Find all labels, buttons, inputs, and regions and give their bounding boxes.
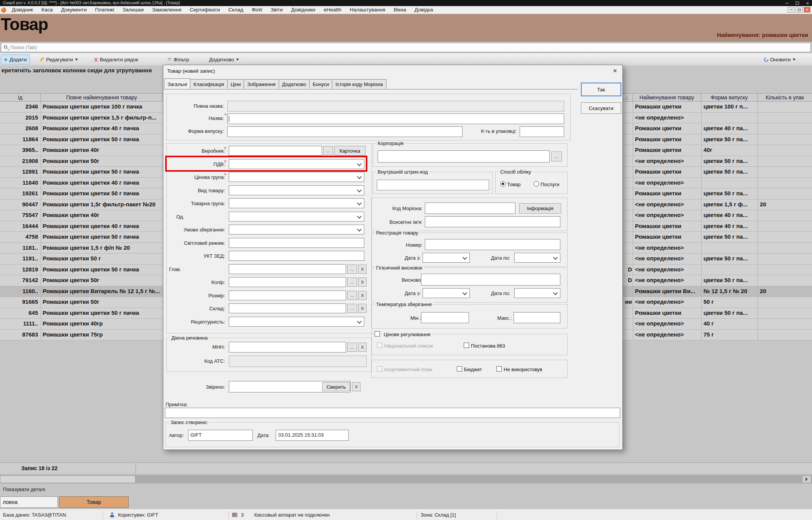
barcode-field[interactable] <box>377 180 489 190</box>
mdi-close-icon[interactable]: × <box>804 7 810 13</box>
radio-services-label[interactable]: Послуги <box>541 182 559 187</box>
menu-item[interactable]: Довідники <box>287 6 319 14</box>
price-regulation-checkbox[interactable] <box>375 331 380 337</box>
menu-item[interactable]: Довідник <box>8 6 37 14</box>
field-input[interactable] <box>229 238 364 248</box>
table-row[interactable]: D<не определено> <box>621 265 812 276</box>
clear-button[interactable]: X <box>358 278 367 287</box>
table-row[interactable]: D<не определено>цветки 50 г па... <box>621 275 812 286</box>
table-row[interactable]: 91665Ромашки цветки 50г <box>0 297 163 308</box>
table-row[interactable]: 645Ромашки цветки цветки 50 г пачка <box>0 308 163 319</box>
table-row[interactable]: 4758Ромашки цветки цветки 50 г пачка <box>0 232 163 243</box>
date-field[interactable]: 03.01.2025 15:31:03 <box>276 430 349 441</box>
radio-goods[interactable] <box>500 181 506 187</box>
table-row[interactable]: 2346Ромашки цветки цветки 100 г пачка <box>0 102 163 113</box>
price-regulation-label[interactable]: Цінове регулювання <box>382 332 432 337</box>
table-row[interactable]: 12891Ромашки цветки цветки 50 г пачка <box>0 167 163 178</box>
field-combo[interactable] <box>229 198 364 208</box>
more-button[interactable]: Додатково <box>206 54 242 64</box>
reg-date-from-combo[interactable] <box>423 253 470 263</box>
clear-button[interactable]: X <box>358 265 367 274</box>
column-header-full-name[interactable]: Повне найменування товару <box>41 94 163 101</box>
table-row[interactable]: <не определено>цветки 1,5 г ф...20 <box>621 199 812 211</box>
menu-item[interactable]: Філії <box>247 6 266 14</box>
table-row[interactable]: Ромашки цветки Ви...№ 12 1,5 г № 2020 <box>621 286 812 297</box>
table-row[interactable]: 2015Ромашки цветки цветки 1,5 г фильтр-п… <box>0 113 163 124</box>
not-used-checkbox[interactable] <box>496 366 502 372</box>
decree-863-checkbox[interactable] <box>464 343 469 348</box>
minimize-icon[interactable] <box>785 3 789 3</box>
hyg-date-from-combo[interactable] <box>423 288 470 298</box>
close-icon[interactable]: × <box>806 1 809 6</box>
decree-863-label[interactable]: Постанова 863 <box>471 343 505 349</box>
horizontal-scrollbar[interactable] <box>0 475 812 483</box>
table-row[interactable]: <не определено>цветки 40 г па... <box>621 210 812 221</box>
radio-goods-label[interactable]: Товар <box>507 182 520 187</box>
table-row[interactable]: Ромашки цветкицветки 50 г па... <box>621 167 812 178</box>
reg-number-field[interactable] <box>425 239 560 250</box>
table-row[interactable]: Ромашки цветкицветки 50 г па... <box>621 188 812 199</box>
corporation-field[interactable] <box>378 150 550 163</box>
not-used-label[interactable]: Не використовув <box>504 367 542 372</box>
add-button[interactable]: + Додати <box>1 54 30 64</box>
menu-item[interactable]: Звіти <box>266 6 287 14</box>
field-input[interactable] <box>229 251 364 261</box>
menu-item[interactable]: Залишки <box>118 6 148 14</box>
verify-button[interactable]: Сверить <box>322 382 350 391</box>
table-row[interactable]: Ромашки цветкицветки 40 г па... <box>621 221 812 232</box>
menu-item[interactable]: Сертифікати <box>185 6 224 14</box>
table-row[interactable]: 1160..Ромашки цветки Витарель № 12 1,5 г… <box>0 286 163 297</box>
scrollbar-thumb[interactable] <box>0 475 136 483</box>
table-row[interactable]: 2608Ромашки цветки цветки 40 г пачка <box>0 123 163 134</box>
card-button[interactable]: Карточка <box>334 146 365 156</box>
national-list-checkbox[interactable] <box>377 343 382 348</box>
field-input[interactable] <box>229 303 346 313</box>
table-row[interactable]: 19261Ромашки цветки цветки 50 г пачка <box>0 188 163 199</box>
corporation-lookup-button[interactable]: … <box>551 152 562 161</box>
table-row[interactable]: 21908Ромашки цветки 50г <box>0 156 163 167</box>
lookup-button[interactable]: … <box>323 146 333 155</box>
column-header-form[interactable]: Форма випуску <box>701 94 758 101</box>
menu-item[interactable]: Склад <box>224 6 247 14</box>
menu-item[interactable]: Каса <box>37 6 57 14</box>
menu-item[interactable]: Документи <box>57 6 91 14</box>
conclusion-field[interactable] <box>421 274 560 286</box>
show-details-toggle[interactable]: Показувати деталі <box>3 487 45 492</box>
field-input[interactable] <box>229 277 346 287</box>
scroll-right-icon[interactable] <box>802 475 811 483</box>
note-field[interactable] <box>165 408 620 418</box>
atc-field[interactable] <box>229 356 367 367</box>
table-row[interactable]: Ромашки цветкицветки 50 г па... <box>621 308 812 319</box>
menu-item[interactable]: Платежі <box>91 6 118 14</box>
clear-button[interactable]: X <box>358 304 367 313</box>
search-input[interactable]: Поиск (Tab) <box>1 43 811 52</box>
column-header-id[interactable]: Ід <box>0 94 41 101</box>
menu-item[interactable]: Довідка <box>410 6 437 14</box>
radio-services[interactable] <box>534 181 539 187</box>
field-input[interactable] <box>229 290 346 300</box>
world-name-field[interactable] <box>425 216 560 227</box>
table-row[interactable]: 1111..Ромашки цветки 40гр <box>0 319 163 330</box>
field-combo[interactable] <box>229 317 364 327</box>
mnn-lookup-button[interactable]: … <box>347 343 357 352</box>
clear-button[interactable]: X <box>358 291 367 300</box>
refresh-button[interactable]: Оновити <box>761 54 798 64</box>
table-row[interactable]: 79142Ромашки цветки 50г <box>0 275 163 286</box>
table-row[interactable]: ии<не определено>50 г <box>621 297 812 308</box>
table-row[interactable]: Ромашки цветкицветки 40 г па... <box>621 123 812 134</box>
mnn-clear-button[interactable]: X <box>358 343 367 352</box>
producer-input[interactable] <box>229 146 322 156</box>
table-row[interactable]: <не определено>75 г <box>621 330 812 341</box>
maximize-icon[interactable] <box>796 2 799 5</box>
field-combo[interactable] <box>229 172 364 182</box>
table-row[interactable]: 1181..Ромашки цветки 50 г <box>0 254 163 265</box>
budget-checkbox[interactable] <box>457 366 462 372</box>
column-header-name[interactable]: Найменування товару <box>633 94 701 101</box>
sort-indicator-icon[interactable]: △ <box>621 94 633 101</box>
delete-row-button[interactable]: Х Видалити рядок <box>91 54 141 64</box>
lookup-button[interactable]: … <box>347 291 357 300</box>
hyg-date-to-combo[interactable] <box>514 288 560 298</box>
menu-item[interactable]: eHealth <box>319 6 346 14</box>
table-row[interactable]: 12819Ромашки цветки цветки 50 г пачка <box>0 265 163 276</box>
tab-holovna[interactable]: ловна <box>0 496 58 508</box>
